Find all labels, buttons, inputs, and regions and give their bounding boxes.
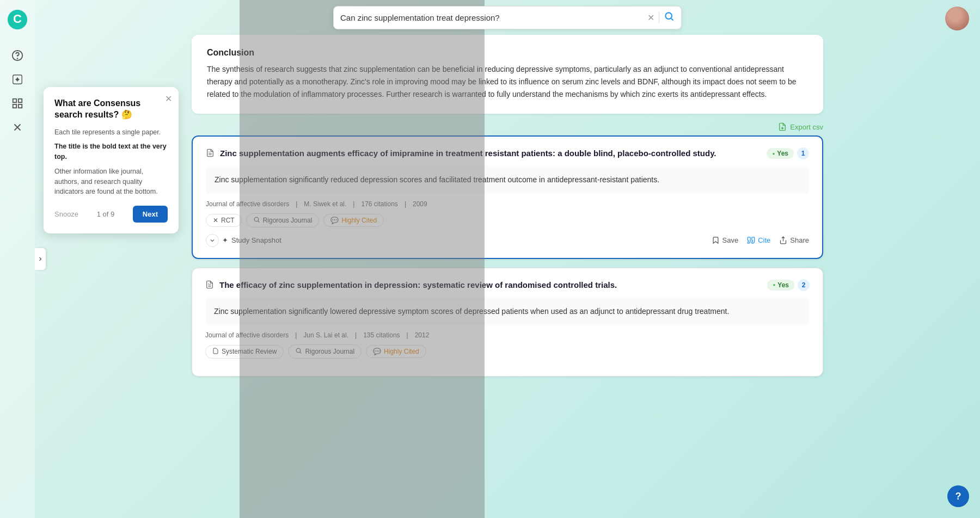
tooltip-close-icon[interactable]: ✕ <box>165 94 172 104</box>
share-button-1[interactable]: Share <box>779 236 809 244</box>
sidebar: C <box>0 0 35 518</box>
verdict-number-1: 1 <box>797 147 809 159</box>
page-indicator: 1 of 9 <box>97 210 115 218</box>
svg-rect-6 <box>13 99 16 102</box>
tooltip-footer: Snooze 1 of 9 Next <box>54 206 168 223</box>
paper-doc-icon-1 <box>206 149 215 159</box>
avatar[interactable] <box>945 7 969 30</box>
rct-icon: ✕ <box>213 217 218 224</box>
tooltip-line3: Other information like journal, authors,… <box>54 166 168 197</box>
svg-point-5 <box>16 78 19 81</box>
next-button[interactable]: Next <box>133 206 168 223</box>
cite-button-1[interactable]: Cite <box>747 236 770 244</box>
paper-badges-1: Yes 1 <box>767 147 809 159</box>
svg-rect-7 <box>19 99 22 102</box>
export-csv-button[interactable]: Export csv <box>778 122 823 131</box>
svg-rect-9 <box>19 104 22 108</box>
search-clear-icon[interactable]: ✕ <box>647 13 654 23</box>
tooltip-title: What are Consensus search results? 🤔 <box>54 98 168 121</box>
svg-point-3 <box>17 58 18 59</box>
search-overlay <box>240 0 485 518</box>
tag-rct-1[interactable]: ✕ RCT <box>206 214 242 227</box>
sidebar-expand-chevron[interactable] <box>35 248 46 270</box>
collapse-arrow-1[interactable] <box>206 234 219 247</box>
x-sidebar-icon[interactable] <box>8 118 27 137</box>
study-snapshot-sparkle-1: ✦ <box>222 236 228 244</box>
snooze-button[interactable]: Snooze <box>54 210 78 218</box>
help-button[interactable]: ? <box>947 485 969 507</box>
paper-badges-2: Yes 2 <box>767 279 810 291</box>
action-buttons-1: Save Cite <box>712 236 809 244</box>
tooltip-line1: Each tile represents a single paper. <box>54 127 168 138</box>
svg-text:C: C <box>13 12 22 26</box>
help-sidebar-icon[interactable] <box>8 46 27 65</box>
ai-sidebar-icon[interactable] <box>8 70 27 89</box>
search-input[interactable] <box>340 13 643 22</box>
search-bar: ✕ <box>333 6 682 29</box>
save-button-1[interactable]: Save <box>712 236 739 244</box>
verdict-number-2: 2 <box>798 279 810 291</box>
search-button[interactable] <box>664 11 675 24</box>
app-logo[interactable]: C <box>7 9 28 30</box>
svg-rect-8 <box>13 104 16 108</box>
paper-doc-icon-2 <box>205 280 214 291</box>
tooltip-card: ✕ What are Consensus search results? 🤔 E… <box>44 87 179 233</box>
verdict-badge-1: Yes <box>767 148 794 159</box>
svg-point-10 <box>665 13 672 19</box>
tooltip-line2: The title is the bold text at the very t… <box>54 141 168 162</box>
verdict-badge-2: Yes <box>767 280 794 291</box>
grid-sidebar-icon[interactable] <box>8 94 27 113</box>
systematic-icon-2 <box>212 348 219 356</box>
topbar: ✕ <box>35 0 980 35</box>
